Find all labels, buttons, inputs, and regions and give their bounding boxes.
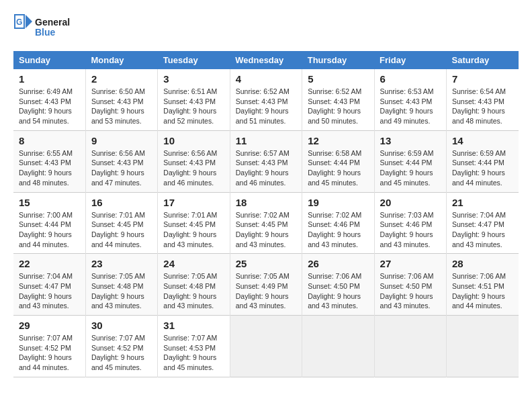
col-header-thursday: Thursday xyxy=(302,51,374,69)
calendar-cell: 17Sunrise: 7:01 AMSunset: 4:45 PMDayligh… xyxy=(158,192,230,254)
day-number: 13 xyxy=(380,135,441,146)
calendar-table: SundayMondayTuesdayWednesdayThursdayFrid… xyxy=(13,51,519,377)
cell-info: Sunrise: 7:07 AMSunset: 4:52 PMDaylight:… xyxy=(19,333,80,373)
day-number: 15 xyxy=(19,197,80,208)
cell-info: Sunrise: 7:00 AMSunset: 4:44 PMDaylight:… xyxy=(19,210,80,250)
day-number: 23 xyxy=(91,258,152,269)
week-row-4: 22Sunrise: 7:04 AMSunset: 4:47 PMDayligh… xyxy=(13,254,519,316)
day-number: 19 xyxy=(308,197,368,208)
calendar-cell: 2Sunrise: 6:50 AMSunset: 4:43 PMDaylight… xyxy=(85,69,157,130)
cell-info: Sunrise: 6:54 AMSunset: 4:43 PMDaylight:… xyxy=(452,87,513,126)
cell-info: Sunrise: 7:02 AMSunset: 4:45 PMDaylight:… xyxy=(236,210,296,250)
svg-text:Blue: Blue xyxy=(35,27,56,38)
svg-text:G: G xyxy=(16,17,22,27)
calendar-cell: 11Sunrise: 6:57 AMSunset: 4:43 PMDayligh… xyxy=(230,130,302,192)
calendar-cell xyxy=(230,316,302,377)
calendar-cell: 27Sunrise: 7:06 AMSunset: 4:50 PMDayligh… xyxy=(374,254,446,316)
day-number: 4 xyxy=(236,73,296,85)
cell-info: Sunrise: 7:07 AMSunset: 4:53 PMDaylight:… xyxy=(163,333,224,373)
cell-info: Sunrise: 6:55 AMSunset: 4:43 PMDaylight:… xyxy=(19,148,80,188)
day-number: 17 xyxy=(163,197,224,208)
day-number: 26 xyxy=(308,258,368,269)
week-row-5: 29Sunrise: 7:07 AMSunset: 4:52 PMDayligh… xyxy=(13,316,519,377)
day-number: 21 xyxy=(452,197,513,208)
cell-info: Sunrise: 6:52 AMSunset: 4:43 PMDaylight:… xyxy=(308,87,368,126)
day-number: 5 xyxy=(308,73,368,85)
calendar-cell: 5Sunrise: 6:52 AMSunset: 4:43 PMDaylight… xyxy=(302,69,374,130)
day-number: 30 xyxy=(91,320,152,331)
day-number: 28 xyxy=(452,258,513,269)
calendar-cell: 23Sunrise: 7:05 AMSunset: 4:48 PMDayligh… xyxy=(85,254,157,316)
cell-info: Sunrise: 7:06 AMSunset: 4:50 PMDaylight:… xyxy=(308,271,368,311)
cell-info: Sunrise: 6:57 AMSunset: 4:43 PMDaylight:… xyxy=(236,148,296,188)
day-number: 9 xyxy=(91,135,152,146)
day-number: 8 xyxy=(19,135,80,146)
calendar-cell: 22Sunrise: 7:04 AMSunset: 4:47 PMDayligh… xyxy=(13,254,85,316)
calendar-cell: 25Sunrise: 7:05 AMSunset: 4:49 PMDayligh… xyxy=(230,254,302,316)
calendar-cell: 1Sunrise: 6:49 AMSunset: 4:43 PMDaylight… xyxy=(13,69,85,130)
calendar-cell: 29Sunrise: 7:07 AMSunset: 4:52 PMDayligh… xyxy=(13,316,85,377)
col-header-tuesday: Tuesday xyxy=(158,51,230,69)
cell-info: Sunrise: 7:03 AMSunset: 4:46 PMDaylight:… xyxy=(380,210,441,250)
cell-info: Sunrise: 7:05 AMSunset: 4:48 PMDaylight:… xyxy=(163,271,224,311)
day-number: 18 xyxy=(236,197,296,208)
day-number: 14 xyxy=(452,135,513,146)
day-number: 11 xyxy=(236,135,296,146)
cell-info: Sunrise: 7:06 AMSunset: 4:51 PMDaylight:… xyxy=(452,271,513,311)
cell-info: Sunrise: 6:49 AMSunset: 4:43 PMDaylight:… xyxy=(19,87,80,126)
day-number: 7 xyxy=(452,73,513,85)
svg-marker-2 xyxy=(26,15,32,28)
calendar-cell: 9Sunrise: 6:56 AMSunset: 4:43 PMDaylight… xyxy=(85,130,157,192)
week-row-3: 15Sunrise: 7:00 AMSunset: 4:44 PMDayligh… xyxy=(13,192,519,254)
day-number: 1 xyxy=(19,73,80,85)
cell-info: Sunrise: 6:58 AMSunset: 4:44 PMDaylight:… xyxy=(308,148,368,188)
page-header: General Blue G xyxy=(13,13,519,40)
calendar-cell: 30Sunrise: 7:07 AMSunset: 4:52 PMDayligh… xyxy=(85,316,157,377)
calendar-cell: 7Sunrise: 6:54 AMSunset: 4:43 PMDaylight… xyxy=(447,69,519,130)
day-number: 3 xyxy=(163,73,224,85)
calendar-cell: 18Sunrise: 7:02 AMSunset: 4:45 PMDayligh… xyxy=(230,192,302,254)
calendar-cell: 15Sunrise: 7:00 AMSunset: 4:44 PMDayligh… xyxy=(13,192,85,254)
col-header-saturday: Saturday xyxy=(447,51,519,69)
cell-info: Sunrise: 7:05 AMSunset: 4:49 PMDaylight:… xyxy=(236,271,296,311)
calendar-cell: 8Sunrise: 6:55 AMSunset: 4:43 PMDaylight… xyxy=(13,130,85,192)
day-number: 27 xyxy=(380,258,441,269)
cell-info: Sunrise: 7:06 AMSunset: 4:50 PMDaylight:… xyxy=(380,271,441,311)
calendar-cell xyxy=(374,316,446,377)
cell-info: Sunrise: 7:02 AMSunset: 4:46 PMDaylight:… xyxy=(308,210,368,250)
cell-info: Sunrise: 7:01 AMSunset: 4:45 PMDaylight:… xyxy=(163,210,224,250)
cell-info: Sunrise: 6:59 AMSunset: 4:44 PMDaylight:… xyxy=(380,148,441,188)
calendar-cell: 12Sunrise: 6:58 AMSunset: 4:44 PMDayligh… xyxy=(302,130,374,192)
col-header-monday: Monday xyxy=(85,51,157,69)
calendar-cell: 21Sunrise: 7:04 AMSunset: 4:47 PMDayligh… xyxy=(447,192,519,254)
cell-info: Sunrise: 7:07 AMSunset: 4:52 PMDaylight:… xyxy=(91,333,152,373)
cell-info: Sunrise: 7:01 AMSunset: 4:45 PMDaylight:… xyxy=(91,210,152,250)
cell-info: Sunrise: 6:53 AMSunset: 4:43 PMDaylight:… xyxy=(380,87,441,126)
week-row-1: 1Sunrise: 6:49 AMSunset: 4:43 PMDaylight… xyxy=(13,69,519,130)
day-number: 12 xyxy=(308,135,368,146)
calendar-cell: 19Sunrise: 7:02 AMSunset: 4:46 PMDayligh… xyxy=(302,192,374,254)
svg-text:General: General xyxy=(35,17,70,28)
day-number: 20 xyxy=(380,197,441,208)
calendar-cell: 20Sunrise: 7:03 AMSunset: 4:46 PMDayligh… xyxy=(374,192,446,254)
cell-info: Sunrise: 7:04 AMSunset: 4:47 PMDaylight:… xyxy=(452,210,513,250)
calendar-cell xyxy=(447,316,519,377)
col-header-sunday: Sunday xyxy=(13,51,85,69)
calendar-cell: 14Sunrise: 6:59 AMSunset: 4:44 PMDayligh… xyxy=(447,130,519,192)
day-number: 2 xyxy=(91,73,152,85)
cell-info: Sunrise: 6:56 AMSunset: 4:43 PMDaylight:… xyxy=(91,148,152,188)
day-number: 16 xyxy=(91,197,152,208)
calendar-cell: 16Sunrise: 7:01 AMSunset: 4:45 PMDayligh… xyxy=(85,192,157,254)
day-number: 6 xyxy=(380,73,441,85)
calendar-cell: 4Sunrise: 6:52 AMSunset: 4:43 PMDaylight… xyxy=(230,69,302,130)
cell-info: Sunrise: 6:52 AMSunset: 4:43 PMDaylight:… xyxy=(236,87,296,126)
col-header-wednesday: Wednesday xyxy=(230,51,302,69)
cell-info: Sunrise: 6:50 AMSunset: 4:43 PMDaylight:… xyxy=(91,87,152,126)
cell-info: Sunrise: 6:59 AMSunset: 4:44 PMDaylight:… xyxy=(452,148,513,188)
day-number: 29 xyxy=(19,320,80,331)
calendar-cell: 26Sunrise: 7:06 AMSunset: 4:50 PMDayligh… xyxy=(302,254,374,316)
calendar-cell xyxy=(302,316,374,377)
logo: General Blue G xyxy=(13,13,74,40)
cell-info: Sunrise: 7:04 AMSunset: 4:47 PMDaylight:… xyxy=(19,271,80,311)
calendar-cell: 24Sunrise: 7:05 AMSunset: 4:48 PMDayligh… xyxy=(158,254,230,316)
